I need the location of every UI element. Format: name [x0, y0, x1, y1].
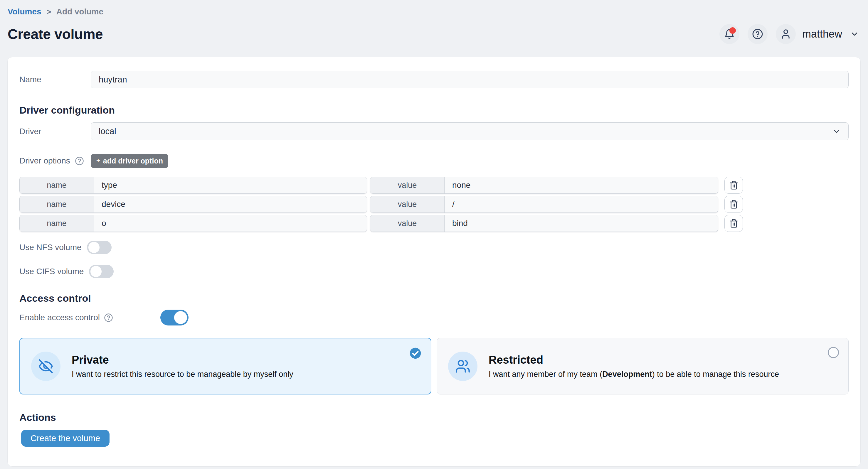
nfs-toggle[interactable]: [87, 241, 112, 254]
notification-dot: [730, 27, 736, 34]
add-driver-option-label: add driver option: [103, 157, 163, 165]
page-title: Create volume: [8, 26, 103, 42]
restricted-description-prefix: I want any member of my team (: [489, 370, 602, 379]
ownership-option-text: Private I want to restrict this resource…: [72, 354, 332, 379]
icon-circle: [448, 351, 477, 381]
toggle-knob: [88, 242, 99, 253]
trash-icon: [729, 200, 739, 209]
driver-configuration-heading: Driver configuration: [20, 104, 848, 116]
option-value-group: value: [370, 196, 718, 213]
trash-icon: [729, 219, 739, 228]
driver-option-row: name value: [20, 215, 848, 232]
driver-option-row: name value: [20, 177, 848, 194]
driver-row: Driver local: [20, 123, 848, 140]
breadcrumb-volumes-link[interactable]: Volumes: [8, 7, 41, 16]
user-avatar[interactable]: [776, 24, 796, 44]
private-description: I want to restrict this resource to be m…: [72, 370, 293, 379]
restricted-title: Restricted: [489, 354, 779, 366]
name-input[interactable]: [91, 71, 848, 88]
breadcrumb-current: Add volume: [56, 7, 103, 16]
chevron-down-icon: [833, 127, 841, 136]
access-control-heading: Access control: [20, 292, 848, 304]
name-row: Name: [20, 71, 848, 88]
cifs-toggle-row: Use CIFS volume: [20, 265, 848, 278]
option-name-group: name: [20, 215, 367, 232]
name-addon: name: [20, 177, 94, 193]
delete-option-button[interactable]: [724, 196, 743, 213]
notifications-button[interactable]: [719, 24, 739, 44]
enable-access-label-group: Enable access control: [20, 313, 160, 322]
private-title: Private: [72, 354, 293, 366]
team-icon: [455, 359, 470, 374]
question-circle-icon: [104, 313, 113, 322]
driver-select-value: local: [99, 127, 116, 136]
create-volume-form-card: Name Driver configuration Driver local D…: [7, 57, 861, 467]
question-circle-icon: [75, 157, 84, 166]
ownership-option-text: Restricted I want any member of my team …: [489, 354, 817, 379]
option-name-input[interactable]: [94, 177, 367, 193]
name-addon: name: [20, 196, 94, 212]
value-addon: value: [370, 215, 444, 232]
breadcrumb-separator: >: [47, 7, 51, 16]
plus-icon: +: [96, 157, 100, 165]
nfs-label: Use NFS volume: [20, 243, 82, 252]
create-volume-button[interactable]: Create the volume: [21, 430, 110, 447]
delete-option-button[interactable]: [724, 215, 743, 232]
trash-icon: [729, 180, 739, 190]
option-name-input[interactable]: [94, 215, 367, 232]
ownership-option-restricted[interactable]: Restricted I want any member of my team …: [437, 338, 848, 395]
option-name-group: name: [20, 177, 367, 194]
check-circle-icon: [409, 347, 422, 359]
ownership-option-private[interactable]: Private I want to restrict this resource…: [20, 338, 431, 395]
name-addon: name: [20, 215, 94, 232]
option-value-group: value: [370, 177, 718, 194]
value-addon: value: [370, 177, 444, 193]
eye-off-icon: [38, 359, 54, 374]
option-name-input[interactable]: [94, 196, 367, 212]
option-value-input[interactable]: [444, 196, 718, 212]
driver-select[interactable]: local: [91, 123, 848, 140]
username[interactable]: matthew: [802, 28, 842, 40]
radio-unchecked-icon: [828, 347, 839, 358]
enable-access-label: Enable access control: [20, 313, 100, 322]
option-value-group: value: [370, 215, 718, 232]
driver-options-header: Driver options + add driver option: [20, 155, 848, 167]
enable-access-toggle[interactable]: [160, 310, 188, 326]
driver-options-label: Driver options: [20, 156, 70, 166]
toggle-knob: [174, 311, 187, 324]
enable-access-row: Enable access control: [20, 310, 848, 326]
access-ownership-options: Private I want to restrict this resource…: [20, 338, 848, 395]
icon-circle: [31, 351, 61, 381]
top-bar: Volumes > Add volume Create volume: [0, 0, 868, 44]
option-value-input[interactable]: [444, 177, 718, 193]
delete-option-button[interactable]: [724, 177, 743, 194]
cifs-label: Use CIFS volume: [20, 267, 84, 276]
restricted-description: I want any member of my team (Developmen…: [489, 370, 779, 379]
value-addon: value: [370, 196, 444, 212]
user-icon: [780, 29, 792, 40]
header-actions: matthew: [711, 24, 859, 44]
driver-label: Driver: [20, 127, 91, 136]
restricted-description-suffix: ) to be able to manage this resource: [652, 370, 779, 379]
name-label: Name: [20, 75, 91, 84]
option-name-group: name: [20, 196, 367, 213]
driver-option-row: name value: [20, 196, 848, 213]
page-header: Create volume: [8, 24, 859, 44]
actions-heading: Actions: [20, 411, 848, 423]
cifs-toggle[interactable]: [89, 265, 114, 278]
toggle-knob: [90, 266, 102, 277]
breadcrumb: Volumes > Add volume: [8, 7, 859, 16]
help-button[interactable]: [748, 24, 768, 44]
add-driver-option-button[interactable]: + add driver option: [91, 154, 168, 168]
team-name: Development: [602, 370, 652, 379]
nfs-toggle-row: Use NFS volume: [20, 241, 848, 254]
chevron-down-icon[interactable]: [850, 29, 859, 39]
option-value-input[interactable]: [444, 215, 718, 232]
help-circle-icon: [752, 29, 763, 40]
